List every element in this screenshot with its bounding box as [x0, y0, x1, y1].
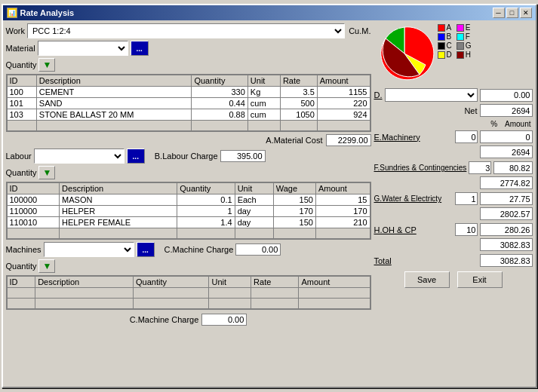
table-row: 103STONE BALLAST 20 MM0.88cum1050924 — [7, 109, 370, 121]
maximize-button[interactable]: □ — [506, 8, 518, 18]
labour-dots-button[interactable]: ... — [127, 149, 145, 164]
window-title: Rate Analysis — [20, 8, 75, 17]
material-quantity-row: Quantity ▼ — [6, 58, 371, 72]
f-sundries-row: F.Sundries & Contingencies 80.82 — [374, 161, 533, 174]
work-label: Work — [6, 26, 25, 35]
d-select[interactable] — [385, 88, 478, 102]
subtotal2-value: 2774.82 — [480, 176, 533, 189]
f-sundries-pct[interactable] — [469, 161, 491, 174]
legend-label-d: D — [447, 51, 452, 59]
legend-label-a: A — [447, 23, 452, 32]
legend-color-c — [438, 42, 445, 50]
total-row: Total 3082.83 — [374, 254, 533, 267]
machines-quantity-row: Quantity ▼ — [6, 259, 371, 273]
h-oh-pct[interactable] — [455, 223, 478, 236]
minimize-button[interactable]: ─ — [493, 8, 505, 18]
left-panel: Work PCC 1:2:4 Cu.M. Material ... Quanti… — [6, 23, 371, 384]
material-dots-button[interactable]: ... — [131, 41, 149, 56]
machines-label: Machines — [6, 245, 42, 254]
lab-col-amount: Amount — [315, 183, 370, 194]
lab-col-qty: Quantity — [177, 183, 235, 194]
mach-col-rate: Rate — [251, 277, 299, 288]
labour-cost-value: 395.00 — [220, 150, 266, 162]
legend-label-c: C — [447, 41, 452, 50]
machine-charge-label: C.Machine Charge — [130, 315, 199, 324]
legend-label-h: H — [466, 51, 471, 59]
labour-quantity-label: Quantity — [6, 168, 37, 177]
lab-col-id: ID — [7, 183, 60, 194]
mat-col-unit: Unit — [247, 75, 280, 87]
title-bar-left: 📊 Rate Analysis — [7, 8, 75, 18]
total-value: 3082.83 — [480, 254, 533, 267]
bottom-buttons: Save Exit — [374, 271, 533, 288]
e-machinery-row: E.Machinery 0 — [374, 130, 533, 143]
table-row: 110000HELPER1day170170 — [7, 206, 370, 217]
machines-dots-button[interactable]: ... — [137, 242, 155, 257]
legend-color-h — [457, 51, 464, 59]
material-cost-value: 2299.00 — [326, 134, 371, 146]
close-button[interactable]: ✕ — [520, 8, 532, 18]
material-cost-label: A.Material Cost — [266, 136, 322, 145]
subtotal1-row: 2694 — [374, 145, 533, 158]
net-row: Net 2694 — [374, 104, 533, 117]
table-row: 110010HELPER FEMALE1.4day150210 — [7, 217, 370, 228]
labour-select[interactable] — [34, 149, 125, 164]
table-row: 100000MASON0.1Each15015 — [7, 194, 370, 206]
h-oh-label: H.OH & CP — [374, 225, 453, 234]
lab-col-wage: Wage — [273, 183, 315, 194]
labour-label: Labour — [6, 152, 32, 161]
lab-col-unit: Unit — [235, 183, 273, 194]
machine-charge-row: C.Machine Charge 0.00 — [6, 314, 371, 326]
work-select[interactable]: PCC 1:2:4 — [27, 23, 345, 38]
legend-item-d: D — [438, 51, 452, 59]
legend-color-g — [457, 42, 464, 50]
machines-select[interactable] — [44, 242, 134, 257]
subtotal3-value: 2802.57 — [480, 207, 533, 220]
pct-header: % — [490, 120, 497, 128]
main-window: 📊 Rate Analysis ─ □ ✕ Work PCC 1:2:4 Cu.… — [2, 4, 537, 388]
g-water-label: G.Water & Electricty — [374, 194, 453, 203]
material-down-button[interactable]: ▼ — [38, 58, 55, 72]
window-icon: 📊 — [7, 8, 17, 18]
right-panel: A E B F C — [374, 23, 533, 384]
machine-table: ID Description Quantity Unit Rate Amount — [7, 276, 370, 309]
material-select[interactable] — [38, 41, 128, 56]
machines-cost-label: C.Machine Charge — [164, 245, 234, 254]
h-oh-amount: 280.26 — [480, 223, 533, 236]
material-table: ID Description Quantity Unit Rate Amount… — [7, 75, 370, 131]
table-row: 100CEMENT330Kg3.51155 — [7, 87, 370, 98]
title-buttons: ─ □ ✕ — [493, 8, 532, 18]
labour-down-button[interactable]: ▼ — [38, 166, 55, 179]
material-row: Material ... — [6, 41, 371, 56]
pie-chart — [374, 23, 435, 84]
machine-charge-value: 0.00 — [201, 314, 247, 326]
legend-item-e: E — [457, 23, 472, 32]
exit-button[interactable]: Exit — [457, 271, 503, 288]
e-machinery-amount: 0 — [480, 130, 533, 143]
legend-item-f: F — [457, 32, 472, 41]
mach-col-id: ID — [7, 277, 35, 288]
h-oh-row: H.OH & CP 280.26 — [374, 223, 533, 236]
labour-table-wrapper: ID Description Quantity Unit Wage Amount… — [6, 182, 371, 240]
machines-row: Machines ... C.Machine Charge 0.00 — [6, 242, 371, 257]
mat-col-rate: Rate — [280, 75, 317, 87]
e-machinery-pct[interactable] — [455, 130, 478, 143]
e-machinery-label: E.Machinery — [374, 133, 453, 142]
table-row — [7, 288, 370, 299]
title-bar: 📊 Rate Analysis ─ □ ✕ — [3, 5, 536, 20]
table-row — [7, 299, 370, 309]
g-water-pct[interactable] — [455, 192, 478, 205]
legend-color-b — [438, 33, 445, 41]
labour-cost-label: B.Labour Charge — [155, 152, 218, 161]
legend-color-a — [438, 24, 445, 32]
legend-label-g: G — [466, 41, 472, 50]
machines-down-button[interactable]: ▼ — [38, 259, 55, 273]
material-table-wrapper: ID Description Quantity Unit Rate Amount… — [6, 74, 371, 132]
mat-col-id: ID — [7, 75, 36, 87]
legend-label-b: B — [447, 32, 452, 41]
mat-col-desc: Description — [36, 75, 192, 87]
save-button[interactable]: Save — [404, 271, 450, 288]
subtotal4-row: 3082.83 — [374, 238, 533, 251]
amount-header: Amount — [505, 120, 530, 128]
legend: A E B F C — [438, 23, 472, 59]
